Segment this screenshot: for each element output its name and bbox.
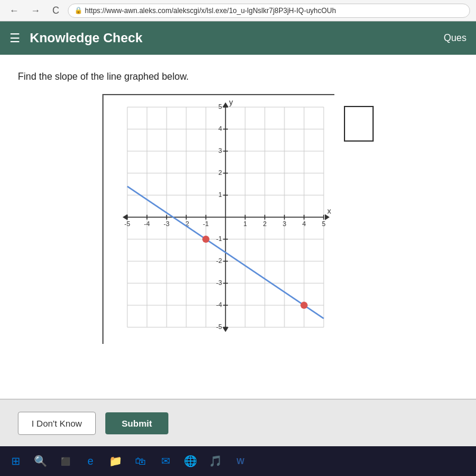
forward-button[interactable]: → xyxy=(27,4,44,17)
taskbar-mail[interactable]: ✉ xyxy=(155,450,176,472)
taskbar-edge[interactable]: e xyxy=(80,450,101,472)
submit-button[interactable]: Submit xyxy=(105,412,169,434)
url-bar[interactable]: 🔒 https://www-awn.aleks.com/alekscgi/x/l… xyxy=(68,4,470,18)
dont-know-button[interactable]: I Don't Know xyxy=(18,412,96,435)
url-text: https://www-awn.aleks.com/alekscgi/x/lsl… xyxy=(85,7,336,15)
graph-canvas xyxy=(104,95,336,345)
answer-input-box[interactable] xyxy=(344,106,374,142)
graph-wrapper xyxy=(102,94,334,344)
taskbar-search-button[interactable]: 🔍 xyxy=(30,450,51,472)
taskbar-explorer[interactable]: 📁 xyxy=(105,450,126,472)
app-header: ☰ Knowledge Check Ques xyxy=(0,21,476,55)
refresh-button[interactable]: C xyxy=(49,4,63,17)
graph-container xyxy=(18,94,458,344)
bottom-bar: I Don't Know Submit xyxy=(0,399,476,446)
lock-icon: 🔒 xyxy=(74,7,83,14)
taskbar-chrome[interactable]: 🌐 xyxy=(180,450,201,472)
main-content: Find the slope of the line graphed below… xyxy=(0,55,476,400)
taskbar-word[interactable]: W xyxy=(230,450,251,472)
taskbar: ⊞ 🔍 ⬛ e 📁 🛍 ✉ 🌐 🎵 W xyxy=(0,446,476,476)
browser-bar: ← → C 🔒 https://www-awn.aleks.com/aleksc… xyxy=(0,0,476,21)
header-right-label: Ques xyxy=(444,33,466,43)
taskbar-task-view[interactable]: ⬛ xyxy=(55,450,76,472)
page-title: Knowledge Check xyxy=(30,30,142,46)
windows-start-button[interactable]: ⊞ xyxy=(5,450,26,472)
question-text: Find the slope of the line graphed below… xyxy=(18,71,458,82)
taskbar-media[interactable]: 🎵 xyxy=(205,450,226,472)
taskbar-store[interactable]: 🛍 xyxy=(130,450,151,472)
back-button[interactable]: ← xyxy=(6,4,23,17)
header-left: ☰ Knowledge Check xyxy=(10,30,142,46)
hamburger-icon[interactable]: ☰ xyxy=(10,31,20,45)
